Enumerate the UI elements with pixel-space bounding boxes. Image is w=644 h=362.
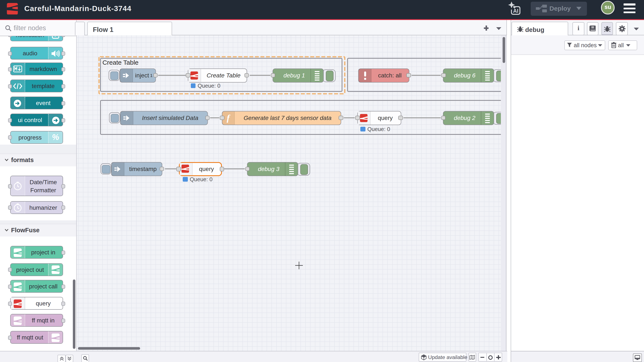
svg-text:AI: AI (513, 8, 518, 14)
